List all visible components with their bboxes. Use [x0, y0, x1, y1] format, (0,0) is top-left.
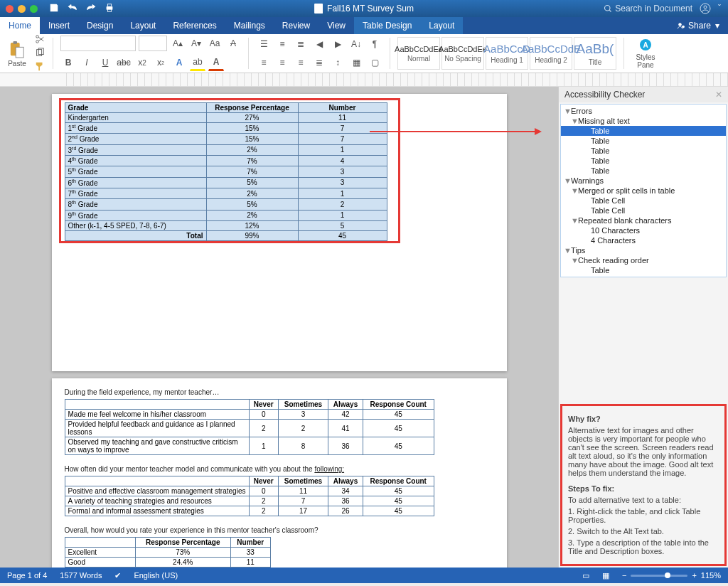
view-print-layout[interactable]: ▭: [582, 571, 589, 580]
tab-table-layout[interactable]: Layout: [420, 17, 463, 34]
mentor-table-1[interactable]: NeverSometimesAlwaysResponse Count Made …: [65, 399, 434, 455]
tab-mailings[interactable]: Mailings: [225, 17, 274, 34]
style-no-spacing[interactable]: AaBbCcDdEeNo Spacing: [441, 37, 484, 70]
increase-indent-button[interactable]: ▶: [330, 36, 346, 52]
scissors-icon[interactable]: [34, 34, 46, 46]
table-row: Total99%45: [65, 230, 387, 240]
tip-table[interactable]: Table: [561, 265, 726, 275]
format-painter-icon[interactable]: [34, 61, 46, 73]
merged-group[interactable]: ▼Merged or split cells in table: [561, 186, 726, 196]
align-left-button[interactable]: ≡: [256, 55, 272, 70]
align-right-button[interactable]: ≡: [293, 55, 309, 70]
shrink-font-button[interactable]: A▾: [188, 36, 204, 51]
style-title[interactable]: AaBb(Title: [574, 37, 616, 70]
change-case-button[interactable]: Aa: [207, 36, 223, 51]
search-input[interactable]: Search in Document: [604, 4, 692, 14]
document-title: Fall16 MT Survey Sum: [314, 4, 414, 14]
search-icon: [604, 4, 612, 13]
undo-icon[interactable]: [68, 3, 77, 15]
style-normal[interactable]: AaBbCcDdEeNormal: [397, 37, 440, 70]
italic-button[interactable]: I: [79, 55, 95, 70]
clear-format-button[interactable]: A: [225, 36, 241, 51]
document-area[interactable]: GradeResponse PercentageNumber Kindergar…: [0, 87, 558, 568]
align-center-button[interactable]: ≡: [274, 55, 290, 70]
styles-pane-button[interactable]: A Styles Pane: [631, 34, 660, 73]
tab-home[interactable]: Home: [0, 17, 40, 34]
tab-references[interactable]: References: [164, 17, 225, 34]
justify-button[interactable]: ≣: [311, 55, 327, 70]
table-row: Kindergarten27%11: [65, 113, 387, 123]
shading-button[interactable]: ▦: [348, 55, 364, 70]
issue-10chars[interactable]: 10 Characters: [561, 225, 726, 235]
issue-table-3[interactable]: Table: [561, 146, 726, 156]
text-effects-button[interactable]: A: [171, 55, 187, 70]
warnings-group[interactable]: ▼Warnings: [561, 176, 726, 186]
ruler[interactable]: [0, 73, 728, 87]
issue-table-2[interactable]: Table: [561, 136, 726, 146]
tips-group[interactable]: ▼Tips: [561, 245, 726, 255]
issues-tree[interactable]: ▼Errors ▼Missing alt text Table Table Ta…: [560, 104, 727, 277]
print-icon[interactable]: [105, 3, 114, 15]
bold-button[interactable]: B: [60, 55, 76, 70]
close-pane-button[interactable]: ✕: [715, 90, 722, 100]
borders-button[interactable]: ▢: [367, 55, 382, 70]
tab-design[interactable]: Design: [78, 17, 122, 34]
minimize-window-button[interactable]: [18, 5, 26, 13]
paste-button[interactable]: Paste: [4, 36, 30, 71]
close-window-button[interactable]: [6, 5, 14, 13]
page-indicator[interactable]: Page 1 of 4: [7, 571, 47, 580]
issue-table-1[interactable]: Table: [561, 126, 726, 136]
zoom-slider[interactable]: −+ 115%: [622, 571, 721, 580]
overflow-icon[interactable]: ˇ: [718, 4, 721, 14]
language-indicator[interactable]: English (US): [134, 571, 178, 580]
copy-icon[interactable]: [34, 48, 46, 60]
tab-table-design[interactable]: Table Design: [354, 17, 420, 34]
ribbon-tabs: Home Insert Design Layout References Mai…: [0, 17, 728, 34]
font-size-select[interactable]: [139, 36, 167, 51]
rating-table[interactable]: Response PercentageNumber Excellent73%33…: [65, 537, 271, 568]
issue-cell-1[interactable]: Table Cell: [561, 196, 726, 206]
issue-table-4[interactable]: Table: [561, 156, 726, 166]
missing-alt-group[interactable]: ▼Missing alt text: [561, 116, 726, 126]
save-icon[interactable]: [49, 3, 59, 15]
issue-cell-2[interactable]: Table Cell: [561, 206, 726, 215]
tab-layout[interactable]: Layout: [122, 17, 164, 34]
subscript-button[interactable]: x2: [134, 55, 150, 70]
multilevel-button[interactable]: ≣: [293, 36, 309, 52]
font-family-select[interactable]: [60, 36, 136, 51]
view-web-layout[interactable]: ▦: [602, 571, 609, 580]
numbering-button[interactable]: ≡: [274, 36, 290, 52]
grade-table[interactable]: GradeResponse PercentageNumber Kindergar…: [65, 102, 387, 241]
errors-group[interactable]: ▼Errors: [561, 106, 726, 116]
strikethrough-button[interactable]: abc: [116, 55, 132, 70]
decrease-indent-button[interactable]: ◀: [311, 36, 327, 52]
repeated-group[interactable]: ▼Repeated blank characters: [561, 215, 726, 225]
grow-font-button[interactable]: A▴: [170, 36, 186, 51]
superscript-button[interactable]: x2: [153, 55, 168, 70]
issue-table-5[interactable]: Table: [561, 166, 726, 176]
mentor-table-2[interactable]: NeverSometimesAlwaysResponse Count Posit…: [65, 476, 434, 516]
show-marks-button[interactable]: ¶: [367, 36, 382, 52]
font-color-button[interactable]: A: [208, 54, 224, 71]
underline-button[interactable]: U: [97, 55, 113, 70]
style-heading2[interactable]: AaBbCcDdEHeading 2: [530, 37, 572, 70]
share-button[interactable]: Share▾: [668, 17, 728, 34]
user-icon[interactable]: [700, 3, 711, 14]
table-row: Formal and informal assessment strategie…: [65, 506, 434, 516]
reading-order-group[interactable]: ▼Check reading order: [561, 255, 726, 265]
sort-button[interactable]: A↓: [348, 36, 364, 52]
zoom-value[interactable]: 115%: [701, 571, 721, 580]
line-spacing-button[interactable]: ↕: [330, 55, 346, 70]
highlight-button[interactable]: ab: [190, 54, 205, 71]
table-row: A variety of teaching strategies and res…: [65, 496, 434, 506]
word-count[interactable]: 1577 Words: [60, 571, 102, 580]
spellcheck-icon[interactable]: ✔: [114, 571, 121, 580]
issue-4chars[interactable]: 4 Characters: [561, 235, 726, 245]
redo-icon[interactable]: [86, 3, 96, 15]
bullets-button[interactable]: ☰: [256, 36, 272, 52]
tab-insert[interactable]: Insert: [40, 17, 78, 34]
tab-view[interactable]: View: [318, 17, 354, 34]
zoom-window-button[interactable]: [30, 5, 38, 13]
tab-review[interactable]: Review: [274, 17, 318, 34]
table-row: 2nd Grade15%7: [65, 134, 387, 144]
